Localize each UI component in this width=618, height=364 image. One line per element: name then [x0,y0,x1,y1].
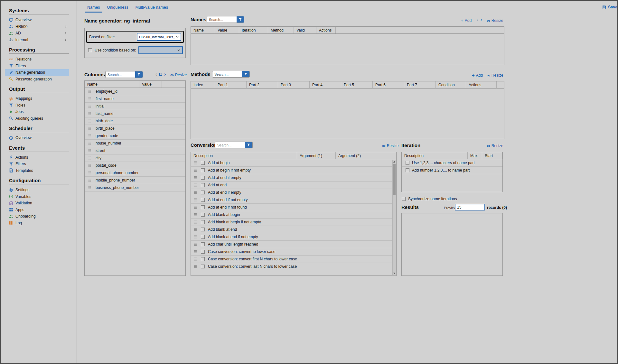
conversion-checkbox[interactable] [201,191,205,194]
sidebar-item[interactable]: Filters [5,63,69,70]
drag-handle-icon[interactable] [88,156,91,160]
tab-uniqueness[interactable]: Uniqueness [105,4,131,13]
column-row[interactable]: business_phone_number [85,184,185,191]
conversion-checkbox[interactable] [201,168,205,172]
sidebar-item[interactable]: Name generation [5,69,69,76]
conversion-checkbox[interactable] [201,176,205,180]
drag-handle-icon[interactable] [88,119,91,123]
chevron-right-icon[interactable]: › [480,17,482,22]
drag-handle-icon[interactable] [88,112,91,115]
chevron-left-icon[interactable]: ‹ [155,72,157,77]
drag-handle-icon[interactable] [194,235,197,238]
sidebar-item[interactable]: Overview [5,17,69,23]
drag-handle-icon[interactable] [88,164,91,167]
names-resize-link[interactable]: ∞ Resize [487,18,503,23]
column-row[interactable]: initial [85,103,185,110]
sidebar-item[interactable]: Mappings [5,95,69,102]
chevron-right-icon[interactable]: › [164,72,166,77]
column-row[interactable]: personal_phone_number [85,169,185,177]
sidebar-item[interactable]: Auditing queries [5,115,69,122]
conversion-checkbox[interactable] [201,250,205,254]
methods-add-button[interactable]: + Add [472,73,483,78]
columns-search-input[interactable] [106,71,135,78]
drag-handle-icon[interactable] [194,228,197,231]
drag-handle-icon[interactable] [194,169,197,172]
drag-handle-icon[interactable] [88,186,91,189]
column-row[interactable]: employee_id [85,88,185,95]
conversion-checkbox[interactable] [201,220,205,224]
columns-resize-link[interactable]: ∞ Resize [170,73,187,77]
column-row[interactable]: mobile_phone_number [85,177,185,184]
sidebar-item[interactable]: Jobs [5,108,69,115]
column-row[interactable]: birth_date [85,117,185,125]
condition-select[interactable] [138,46,183,54]
sidebar-item[interactable]: Filters [5,161,69,167]
drag-handle-icon[interactable] [88,134,91,137]
conversion-checkbox[interactable] [201,183,205,187]
conversion-checkbox[interactable] [201,265,205,268]
save-button[interactable]: Save [602,5,617,9]
iteration-checkbox[interactable] [406,161,409,165]
sidebar-item[interactable]: Log [5,220,69,227]
sidebar-item[interactable]: Templates [5,167,69,174]
methods-resize-link[interactable]: ∞ Resize [487,73,503,78]
column-row[interactable]: birth_place [85,125,185,132]
conversion-checkbox[interactable] [201,228,205,231]
scrollbar[interactable] [392,160,396,275]
conversion-checkbox[interactable] [201,213,205,217]
iteration-checkbox[interactable] [406,168,409,172]
names-add-button[interactable]: + Add [461,18,472,23]
sidebar-item[interactable]: AD [5,30,69,37]
column-row[interactable]: city [85,154,185,162]
sidebar-item[interactable]: Overview [5,135,69,141]
chevron-left-icon[interactable]: ‹ [476,17,478,22]
iteration-resize-link[interactable]: ∞ Resize [487,144,503,148]
conversion-resize-link[interactable]: ∞ Resize [382,144,398,148]
drag-handle-icon[interactable] [88,90,91,93]
sidebar-item[interactable]: Actions [5,154,69,161]
drag-handle-icon[interactable] [88,149,91,152]
drag-handle-icon[interactable] [88,142,91,145]
drag-handle-icon[interactable] [194,265,197,268]
drag-handle-icon[interactable] [88,171,91,174]
column-row[interactable]: postal_code [85,162,185,169]
column-row[interactable]: house_number [85,140,185,147]
drag-handle-icon[interactable] [194,191,197,194]
names-search-filter-button[interactable] [237,16,244,23]
conversion-search-filter-button[interactable] [245,142,252,148]
drag-handle-icon[interactable] [194,243,197,246]
columns-search-filter-button[interactable] [135,71,143,78]
column-row[interactable]: first_name [85,95,185,103]
sidebar-item[interactable]: Password generation [5,76,69,83]
drag-handle-icon[interactable] [194,213,197,216]
scroll-up-arrow[interactable] [393,160,396,163]
sidebar-item[interactable]: Apps [5,207,69,213]
drag-handle-icon[interactable] [88,97,91,100]
square-page-icon[interactable] [159,73,162,76]
conversion-checkbox[interactable] [201,235,205,239]
sync-iterations-checkbox[interactable] [402,197,406,201]
conversion-checkbox[interactable] [201,198,205,202]
column-row[interactable]: street [85,147,185,154]
drag-handle-icon[interactable] [194,198,197,201]
sidebar-item[interactable]: Variables [5,193,69,200]
drag-handle-icon[interactable] [194,206,197,209]
preview-count-input[interactable] [455,204,485,210]
names-search-input[interactable] [207,16,237,23]
sidebar-item[interactable]: Onboarding [5,213,69,220]
scroll-down-arrow[interactable] [393,271,396,275]
sidebar-item[interactable]: Relations [5,56,69,63]
drag-handle-icon[interactable] [194,161,197,164]
conversion-checkbox[interactable] [201,161,205,165]
drag-handle-icon[interactable] [88,127,91,130]
based-on-filter-select[interactable]: HR500_internal_User_Cre [137,33,181,41]
drag-handle-icon[interactable] [194,220,197,224]
drag-handle-icon[interactable] [194,176,197,179]
drag-handle-icon[interactable] [88,179,91,182]
tab-names[interactable]: Names [85,4,102,13]
methods-search-input[interactable] [212,71,242,77]
sidebar-item[interactable]: HR500 [5,23,69,30]
drag-handle-icon[interactable] [88,105,91,108]
scrollbar-thumb[interactable] [393,164,396,195]
use-condition-checkbox[interactable] [88,48,92,52]
